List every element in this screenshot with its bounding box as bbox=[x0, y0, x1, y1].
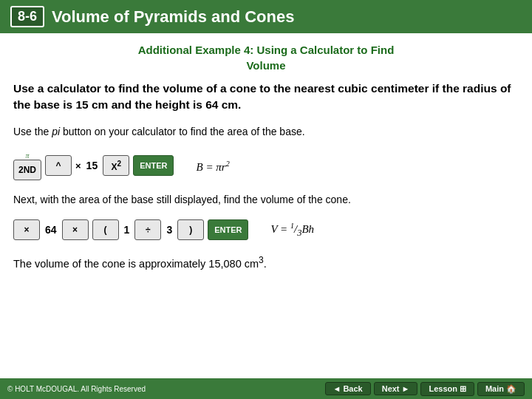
btn-divide[interactable]: ÷ bbox=[134, 219, 161, 240]
formula-v: V = 1/3Bh bbox=[270, 222, 314, 239]
page-title: Volume of Pyramids and Cones bbox=[52, 7, 294, 27]
btn-caret[interactable]: ^ bbox=[45, 155, 72, 176]
footer-navigation: ◄ Back Next ► Lesson ⊞ Main 🏠 bbox=[325, 382, 525, 396]
lesson-button[interactable]: Lesson ⊞ bbox=[420, 382, 474, 396]
num-3: 3 bbox=[165, 224, 174, 236]
btn-multiply-3[interactable]: × bbox=[62, 219, 89, 240]
formula-b: B = πr2 bbox=[196, 160, 229, 174]
section-badge: 8-6 bbox=[10, 6, 44, 27]
step1-instruction: Use the pi button on your calculator to … bbox=[13, 124, 519, 140]
result-text: The volume of the cone is approximately … bbox=[13, 253, 519, 273]
num-1: 1 bbox=[123, 224, 132, 236]
btn-open-paren[interactable]: ( bbox=[92, 219, 119, 240]
step1-buttons: π 2ND ^ × 15 X2 ENTER bbox=[13, 151, 174, 180]
example-title: Additional Example 4: Using a Calculator… bbox=[13, 42, 519, 73]
footer: © HOLT McDOUGAL. All Rights Reserved ◄ B… bbox=[0, 378, 532, 399]
btn-2nd[interactable]: 2ND bbox=[13, 160, 41, 180]
main-content: Additional Example 4: Using a Calculator… bbox=[0, 33, 532, 282]
btn-enter-1[interactable]: ENTER bbox=[133, 155, 174, 176]
num-15: 15 bbox=[85, 160, 100, 171]
multiply-1: × bbox=[75, 160, 81, 171]
btn-close-paren[interactable]: ) bbox=[177, 219, 204, 240]
btn-enter-2[interactable]: ENTER bbox=[208, 219, 248, 240]
pi-label: pi bbox=[52, 126, 60, 137]
num-64: 64 bbox=[44, 224, 58, 236]
next-button[interactable]: Next ► bbox=[374, 382, 418, 395]
step1-calc-row: π 2ND ^ × 15 X2 ENTER B = πr2 bbox=[13, 146, 519, 188]
header: 8-6 Volume of Pyramids and Cones bbox=[0, 0, 532, 33]
step2-buttons: × 64 × ( 1 ÷ 3 ) ENTER bbox=[13, 219, 248, 240]
btn-multiply-2[interactable]: × bbox=[13, 219, 40, 240]
problem-text: Use a calculator to find the volume of a… bbox=[13, 81, 519, 114]
step2-instruction: Next, with the area of the base still di… bbox=[13, 192, 519, 208]
back-button[interactable]: ◄ Back bbox=[325, 382, 371, 395]
copyright: © HOLT McDOUGAL. All Rights Reserved bbox=[7, 385, 146, 393]
pi-super: π bbox=[26, 151, 30, 160]
main-button[interactable]: Main 🏠 bbox=[477, 382, 525, 396]
step2-calc-row: × 64 × ( 1 ÷ 3 ) ENTER V = 1/3Bh bbox=[13, 214, 519, 248]
btn-x2[interactable]: X2 bbox=[103, 155, 129, 176]
